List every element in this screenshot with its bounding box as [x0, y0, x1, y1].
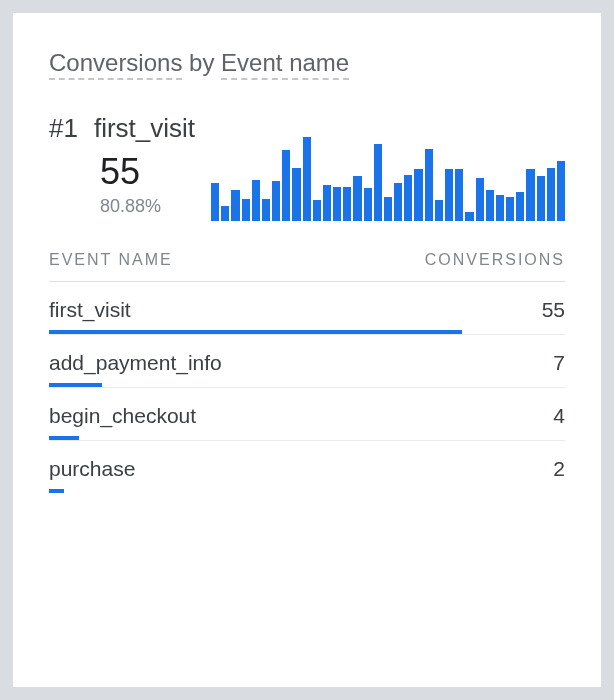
- sparkline-bar: [242, 199, 250, 221]
- sparkline-bar: [231, 190, 239, 221]
- sparkline-bar: [333, 187, 341, 221]
- sparkline-bar: [292, 168, 300, 221]
- sparkline-bar: [425, 149, 433, 221]
- sparkline-bar: [364, 188, 372, 221]
- sparkline-bar: [313, 200, 321, 221]
- table-header: EVENT NAME CONVERSIONS: [49, 251, 565, 282]
- sparkline-bar: [455, 169, 463, 221]
- card-title: Conversions by Event name: [49, 49, 565, 77]
- sparkline-bar: [252, 180, 260, 221]
- sparkline-bar: [496, 195, 504, 221]
- sparkline-bar: [526, 169, 534, 221]
- hero-event-name: first_visit: [94, 113, 195, 144]
- sparkline-bar: [486, 190, 494, 221]
- hero-percent: 80.88%: [100, 196, 195, 217]
- sparkline-bar: [414, 169, 422, 221]
- sparkline-bar: [506, 197, 514, 221]
- row-bar-fill: [49, 489, 64, 493]
- sparkline-bar: [445, 169, 453, 221]
- sparkline-bar: [435, 200, 443, 221]
- table-row[interactable]: purchase2: [49, 441, 565, 493]
- sparkline-bar: [394, 183, 402, 221]
- row-bar-track: [49, 436, 565, 440]
- sparkline-bar: [282, 150, 290, 221]
- row-bar-fill: [49, 383, 102, 387]
- title-metric[interactable]: Conversions: [49, 49, 182, 80]
- title-joiner: by: [182, 49, 221, 76]
- hero-section: #1 first_visit 55 80.88%: [49, 113, 565, 221]
- sparkline-bar: [557, 161, 565, 221]
- sparkline-bar: [404, 175, 412, 221]
- sparkline-bar: [476, 178, 484, 221]
- row-event-name: begin_checkout: [49, 404, 196, 428]
- sparkline-bar: [211, 183, 219, 221]
- hero-rank: #1: [49, 113, 78, 144]
- sparkline-bar: [465, 212, 473, 221]
- title-dimension[interactable]: Event name: [221, 49, 349, 80]
- row-value: 55: [542, 298, 565, 322]
- row-bar-fill: [49, 436, 79, 440]
- sparkline-bar: [272, 181, 280, 221]
- sparkline-bar: [323, 185, 331, 221]
- sparkline-bar: [343, 187, 351, 221]
- sparkline-bar: [262, 199, 270, 221]
- row-bar-track: [49, 489, 565, 493]
- sparkline-bar: [516, 192, 524, 221]
- sparkline-bar: [221, 206, 229, 221]
- col-event-name: EVENT NAME: [49, 251, 173, 269]
- row-bar-track: [49, 383, 565, 387]
- sparkline-bar: [547, 168, 555, 221]
- table-row[interactable]: first_visit55: [49, 282, 565, 335]
- col-conversions: CONVERSIONS: [425, 251, 565, 269]
- row-bar-track: [49, 330, 565, 334]
- hero-value: 55: [100, 152, 195, 192]
- hero-stats: first_visit 55 80.88%: [94, 113, 195, 217]
- sparkline-bar: [374, 144, 382, 221]
- sparkline-bar: [384, 197, 392, 221]
- row-value: 4: [553, 404, 565, 428]
- row-event-name: add_payment_info: [49, 351, 222, 375]
- row-bar-fill: [49, 330, 462, 334]
- row-event-name: first_visit: [49, 298, 131, 322]
- table-row[interactable]: begin_checkout4: [49, 388, 565, 441]
- table-body: first_visit55add_payment_info7begin_chec…: [49, 282, 565, 493]
- table-row[interactable]: add_payment_info7: [49, 335, 565, 388]
- sparkline-bar: [303, 137, 311, 221]
- row-value: 7: [553, 351, 565, 375]
- row-value: 2: [553, 457, 565, 481]
- row-event-name: purchase: [49, 457, 135, 481]
- sparkline-bar: [353, 176, 361, 221]
- sparkline-bar: [537, 176, 545, 221]
- analytics-card: Conversions by Event name #1 first_visit…: [12, 12, 602, 688]
- sparkline-chart: [211, 135, 565, 221]
